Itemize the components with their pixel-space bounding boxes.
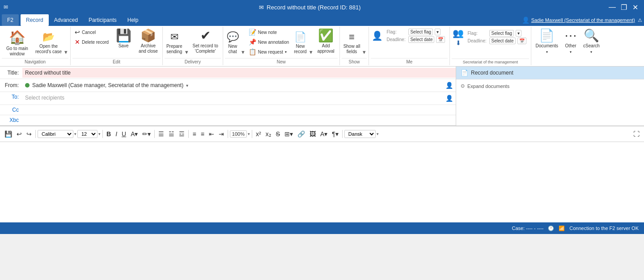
f2-menu-item[interactable]: F2 bbox=[2, 14, 19, 26]
subscript-button[interactable]: x₂ bbox=[264, 130, 273, 138]
font-size-select[interactable]: 12 bbox=[77, 130, 97, 138]
from-person-icon[interactable]: 👤 bbox=[443, 79, 456, 92]
archive-icon: 📦 bbox=[140, 29, 156, 42]
maximize-button[interactable]: ❐ bbox=[619, 2, 629, 12]
italic-button[interactable]: I bbox=[114, 130, 119, 138]
participants-menu-tab[interactable]: Participants bbox=[83, 14, 122, 26]
archive-close-button[interactable]: 📦 Archive and close bbox=[136, 28, 161, 58]
documents-icon: 📄 bbox=[539, 29, 555, 42]
format-button[interactable]: A▾ bbox=[318, 130, 329, 138]
size-dropdown-icon: ▾ bbox=[98, 132, 101, 136]
toolbar-sep-5 bbox=[228, 130, 228, 138]
bullet-list-button[interactable]: ≡ bbox=[191, 130, 198, 138]
advanced-menu-tab[interactable]: Advanced bbox=[49, 14, 83, 26]
sec-calendar-button[interactable]: 📅 bbox=[517, 38, 526, 44]
from-label: From: bbox=[0, 80, 22, 90]
strikethrough-button[interactable]: S bbox=[274, 130, 282, 138]
xbc-label[interactable]: Xbc bbox=[0, 115, 22, 125]
zoom-button[interactable]: 100% bbox=[230, 130, 247, 138]
set-complete-button[interactable]: ✔ Set record to 'Complete' bbox=[190, 28, 221, 58]
font-family-select[interactable]: Calibri bbox=[38, 130, 73, 138]
decrease-indent-button[interactable]: ⇤ bbox=[207, 130, 216, 138]
me-calendar-button[interactable]: 📅 bbox=[436, 36, 445, 43]
to-person-icon[interactable]: 👤 bbox=[443, 92, 456, 104]
sec-select-flag-button[interactable]: Select flag bbox=[489, 30, 514, 37]
save-button[interactable]: 💾 Save bbox=[112, 28, 135, 58]
other-button[interactable]: ⋯ Other ▾ bbox=[561, 28, 580, 58]
language-select[interactable]: Dansk bbox=[344, 130, 376, 138]
title-input[interactable] bbox=[22, 68, 456, 78]
delete-record-button[interactable]: ✕ Delete record bbox=[72, 38, 111, 46]
me-select-flag-button[interactable]: Select flag bbox=[408, 29, 433, 35]
bold-button[interactable]: B bbox=[105, 130, 113, 138]
image-button[interactable]: 🖼 bbox=[308, 130, 318, 138]
language-dropdown-icon: ▾ bbox=[377, 132, 379, 136]
show-all-label: Show all fields bbox=[343, 44, 360, 54]
edit-area[interactable] bbox=[0, 142, 644, 222]
redo-button[interactable]: ↪ bbox=[25, 130, 34, 138]
new-request-icon: 📋 bbox=[249, 48, 256, 55]
status-bar: Case: ---- - ---- 🕐 📶 Connection to the … bbox=[0, 222, 644, 234]
go-to-main-window-button[interactable]: 🏠 Go to main window bbox=[2, 28, 33, 58]
to-row: To: Select recipients 👤 bbox=[0, 92, 456, 105]
prepare-icon: ✉ bbox=[170, 31, 178, 43]
add-approval-button[interactable]: ✅ Add approval bbox=[314, 28, 338, 58]
superscript-button[interactable]: x² bbox=[254, 130, 263, 138]
font-dropdown-icon: ▾ bbox=[74, 132, 76, 136]
to-area[interactable]: Select recipients bbox=[22, 92, 443, 104]
close-button[interactable]: ✕ bbox=[631, 2, 640, 12]
archive-label: Archive and close bbox=[139, 43, 158, 54]
new-record-dropdown[interactable]: ▾ bbox=[309, 28, 314, 58]
show-all-fields-button[interactable]: ≡ Show all fields bbox=[342, 28, 362, 58]
prepare-sending-button[interactable]: ✉ Prepare sending bbox=[165, 28, 184, 58]
new-request-label: New request bbox=[258, 50, 283, 54]
secretariat-buttons: 👥 ⬇ Flag: Select flag ▾ Deadline: Select… bbox=[452, 28, 529, 59]
numbered-list-button[interactable]: ≡ bbox=[199, 130, 206, 138]
sec-flag-dropdown-button[interactable]: ▾ bbox=[516, 30, 521, 37]
open-case-label: Open the record's case bbox=[35, 44, 62, 54]
me-user-icon: 👤 bbox=[372, 30, 383, 41]
new-record-button[interactable]: 📄 New record bbox=[292, 28, 308, 58]
prepare-sending-split: ✉ Prepare sending ▾ bbox=[165, 28, 189, 58]
open-case-dropdown-button[interactable]: ▾ bbox=[64, 28, 68, 58]
edit-group: ↩ Cancel ✕ Delete record 💾 Save 📦 Archiv… bbox=[71, 27, 163, 65]
align-left-button[interactable]: ☰ bbox=[157, 130, 166, 138]
new-chat-button[interactable]: 💬 New chat bbox=[225, 28, 241, 58]
help-menu-tab[interactable]: Help bbox=[122, 14, 144, 26]
align-center-button[interactable]: ☱ bbox=[167, 130, 176, 138]
underline-button[interactable]: U bbox=[120, 130, 128, 138]
increase-indent-button[interactable]: ⇥ bbox=[217, 130, 226, 138]
delivery-group: ✉ Prepare sending ▾ ✔ Set record to 'Com… bbox=[163, 27, 223, 65]
prepare-sending-dropdown[interactable]: ▾ bbox=[184, 28, 189, 58]
documents-button[interactable]: 📄 Documents ▾ bbox=[533, 28, 561, 58]
save-toolbar-button[interactable]: 💾 bbox=[3, 130, 14, 138]
show-all-dropdown[interactable]: ▾ bbox=[362, 28, 367, 58]
cancel-button[interactable]: ↩ Cancel bbox=[72, 28, 111, 37]
link-button[interactable]: 🔗 bbox=[296, 130, 307, 138]
record-menu-tab[interactable]: Record bbox=[21, 14, 49, 26]
new-note-button[interactable]: 📝 New note bbox=[246, 28, 292, 37]
csearch-button[interactable]: 🔍 cSearch ▾ bbox=[580, 28, 602, 58]
from-dropdown-icon[interactable]: ▾ bbox=[186, 83, 188, 88]
fullscreen-button[interactable]: ⛶ bbox=[631, 130, 641, 138]
new-request-dropdown-icon: ▾ bbox=[285, 50, 287, 54]
me-select-date-button[interactable]: Select date bbox=[408, 36, 434, 43]
new-chat-dropdown[interactable]: ▾ bbox=[241, 28, 246, 58]
expand-documents-button[interactable]: ⊙ Expand documents bbox=[456, 79, 644, 92]
undo-button[interactable]: ↩ bbox=[15, 130, 24, 138]
me-flag-dropdown-button[interactable]: ▾ bbox=[435, 29, 441, 35]
align-right-button[interactable]: ☲ bbox=[177, 130, 186, 138]
font-color-button[interactable]: A▾ bbox=[129, 130, 140, 138]
to-label[interactable]: To: bbox=[0, 92, 22, 102]
delivery-buttons: ✉ Prepare sending ▾ ✔ Set record to 'Com… bbox=[165, 28, 221, 58]
delete-label: Delete record bbox=[82, 40, 109, 45]
styles-button[interactable]: ¶▾ bbox=[330, 130, 340, 138]
table-button[interactable]: ⊞▾ bbox=[283, 130, 295, 138]
sec-select-date-button[interactable]: Select date bbox=[489, 38, 515, 44]
open-case-button[interactable]: 📂 Open the record's case bbox=[34, 28, 64, 58]
new-annotation-button[interactable]: 📌 New annotation bbox=[246, 38, 292, 46]
cc-label[interactable]: Cc bbox=[0, 105, 22, 115]
new-request-button[interactable]: 📋 New request ▾ bbox=[246, 47, 292, 56]
minimize-button[interactable]: — bbox=[607, 2, 617, 12]
highlight-button[interactable]: ✏▾ bbox=[140, 130, 153, 138]
